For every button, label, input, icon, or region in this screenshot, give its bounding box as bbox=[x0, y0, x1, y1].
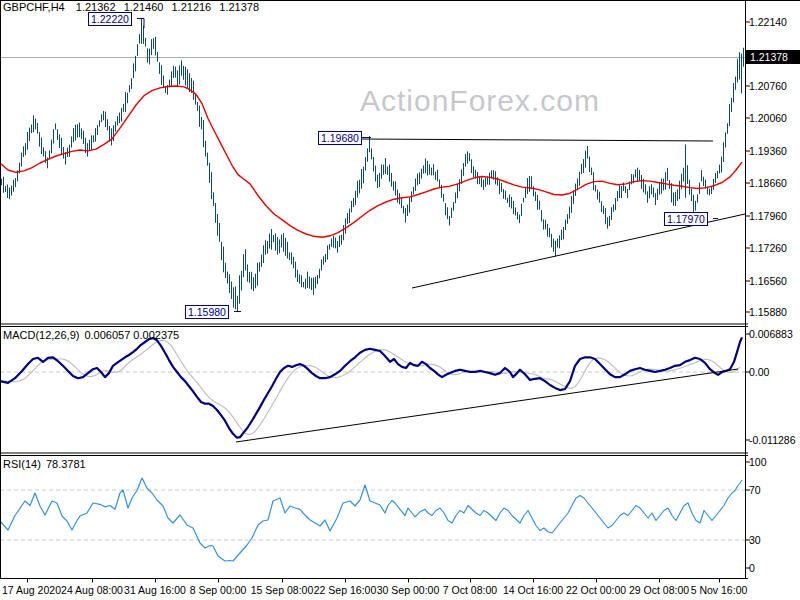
price-axis-label: 1.16560 bbox=[749, 275, 787, 288]
time-axis-label: 14 Oct 16:00 bbox=[503, 584, 563, 596]
rsi-value: 78.3781 bbox=[46, 458, 86, 470]
rsi-name: RSI(14) bbox=[3, 458, 41, 470]
price-axis-label: 1.19360 bbox=[749, 145, 787, 158]
price-axis-label: 1.20060 bbox=[749, 112, 787, 125]
rsi-axis-label: 30 bbox=[749, 534, 761, 547]
macd-values: 0.006057 0.002375 bbox=[84, 329, 179, 341]
time-axis-label: 17 Aug 2020 bbox=[2, 584, 61, 596]
price-callout[interactable]: 1.15980 bbox=[185, 305, 229, 319]
current-price-tag: 1.21378 bbox=[746, 50, 800, 64]
macd-axis-label: 0.00 bbox=[749, 366, 769, 379]
chart-header: GBPCHF,H4 1.21362 1.21460 1.21216 1.2137… bbox=[3, 1, 264, 13]
chart-window: ActionForex.com GBPCHF,H4 1.21362 1.2146… bbox=[0, 0, 800, 600]
macd-trendline bbox=[236, 369, 738, 442]
price-axis-label: 1.17260 bbox=[749, 242, 787, 255]
time-axis-label: 5 Nov 16:00 bbox=[691, 584, 748, 596]
rsi-indicator-label: RSI(14)78.3781 bbox=[3, 458, 86, 470]
resistance-line bbox=[362, 139, 713, 141]
time-axis-label: 30 Sep 00:00 bbox=[377, 584, 439, 596]
macd-indicator-label: MACD(12,26,9)0.006057 0.002375 bbox=[3, 329, 179, 341]
price-callout[interactable]: 1.17970 bbox=[664, 212, 708, 226]
symbol-timeframe-label: GBPCHF,H4 bbox=[3, 1, 65, 13]
rsi-axis-label: 0 bbox=[749, 562, 755, 575]
price-axis-label: 1.18660 bbox=[749, 177, 787, 190]
macd-name: MACD(12,26,9) bbox=[3, 329, 79, 341]
time-axis-label: 24 Aug 08:00 bbox=[61, 584, 123, 596]
time-axis-label: 7 Oct 08:00 bbox=[443, 584, 497, 596]
price-axis-label: 1.20760 bbox=[749, 80, 787, 93]
macd-axis-label: 0.006883 bbox=[749, 328, 793, 341]
time-axis-label: 29 Oct 08:00 bbox=[629, 584, 689, 596]
macd-axis-label: -0.011286 bbox=[749, 434, 796, 447]
price-callout[interactable]: 1.22220 bbox=[88, 12, 132, 26]
price-axis-label: 1.15880 bbox=[749, 306, 787, 319]
rsi-axis-label: 100 bbox=[749, 456, 767, 469]
price-callout[interactable]: 1.19680 bbox=[318, 131, 362, 145]
quote-close: 1.21378 bbox=[219, 1, 259, 13]
time-axis-label: 22 Sep 16:00 bbox=[314, 584, 376, 596]
quote-low: 1.21216 bbox=[171, 1, 211, 13]
moving-average-line bbox=[0, 86, 742, 237]
price-axis-label: 1.17960 bbox=[749, 210, 787, 223]
time-axis-label: 31 Aug 16:00 bbox=[124, 584, 186, 596]
chart-surface[interactable] bbox=[0, 0, 800, 600]
time-axis-label: 8 Sep 00:00 bbox=[190, 584, 247, 596]
price-axis-label: 1.22140 bbox=[749, 16, 787, 29]
time-axis-label: 22 Oct 00:00 bbox=[566, 584, 626, 596]
time-axis-label: 15 Sep 08:00 bbox=[251, 584, 313, 596]
rsi-axis-label: 70 bbox=[749, 484, 761, 497]
price-bars bbox=[2, 18, 744, 311]
macd-signal-line bbox=[2, 340, 740, 434]
